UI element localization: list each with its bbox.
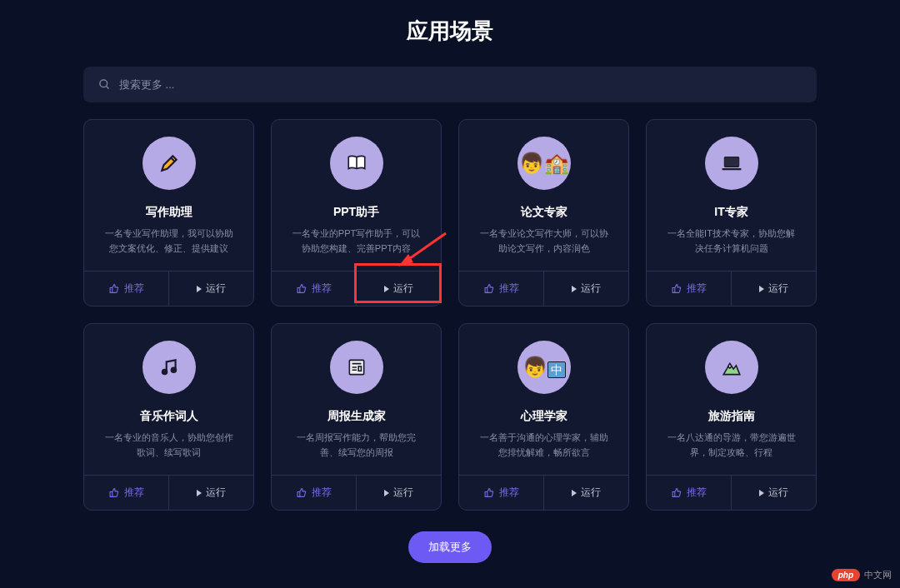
thumb-icon (672, 283, 682, 294)
card-title: IT专家 (660, 205, 802, 220)
pencil-icon (142, 137, 196, 190)
card-desc: 一名八达通的导游，带您游遍世界，制定攻略、行程 (660, 431, 802, 460)
watermark-badge: php (832, 569, 860, 581)
play-icon (197, 490, 202, 496)
card-music-lyricist: 音乐作词人 一名专业的音乐人，协助您创作歌词、续写歌词 推荐 运行 (83, 323, 254, 511)
play-icon (384, 490, 389, 496)
card-it-expert: IT专家 一名全能IT技术专家，协助您解决任务计算机问题 推荐 运行 (646, 119, 817, 306)
recommend-button[interactable]: 推荐 (647, 476, 732, 510)
thumb-icon (297, 283, 308, 294)
card-travel-guide: 旅游指南 一名八达通的导游，带您游遍世界，制定攻略、行程 推荐 运行 (646, 323, 817, 511)
load-more-button[interactable]: 加载更多 (408, 531, 492, 563)
card-desc: 一名全能IT技术专家，协助您解决任务计算机问题 (660, 227, 802, 256)
run-button[interactable]: 运行 (357, 272, 441, 306)
search-input[interactable] (119, 78, 802, 91)
card-title: 写作助理 (98, 205, 240, 220)
play-icon (384, 286, 389, 292)
page-title: 应用场景 (83, 17, 817, 46)
run-button[interactable]: 运行 (169, 272, 253, 306)
thumb-icon (484, 487, 495, 498)
card-title: 心理学家 (472, 409, 615, 424)
card-title: 音乐作词人 (98, 409, 240, 424)
svg-rect-4 (724, 157, 738, 167)
play-icon (572, 286, 577, 292)
card-title: 论文专家 (472, 205, 615, 220)
run-button[interactable]: 运行 (732, 272, 816, 306)
run-button[interactable]: 运行 (544, 272, 628, 306)
mountain-icon (705, 341, 758, 394)
thumb-icon (109, 283, 120, 294)
news-icon (330, 341, 383, 394)
laptop-icon (705, 137, 758, 190)
card-desc: 一名专业论文写作大师，可以协助论文写作，内容润色 (472, 227, 615, 256)
search-icon (98, 78, 111, 91)
watermark-text: 中文网 (864, 569, 892, 581)
recommend-button[interactable]: 推荐 (647, 272, 732, 306)
run-button[interactable]: 运行 (732, 476, 816, 510)
svg-point-6 (171, 368, 175, 372)
run-button[interactable]: 运行 (357, 476, 441, 510)
recommend-button[interactable]: 推荐 (459, 272, 544, 306)
psych-icon: 👦中 (518, 341, 571, 394)
card-desc: 一名专业的音乐人，协助您创作歌词、续写歌词 (98, 431, 240, 460)
thumb-icon (297, 487, 308, 498)
card-title: 旅游指南 (660, 409, 802, 424)
card-title: 周报生成家 (285, 409, 428, 424)
thesis-icon: 👦🏫 (518, 137, 571, 190)
recommend-button[interactable]: 推荐 (84, 272, 169, 306)
play-icon (572, 490, 577, 496)
music-icon (142, 341, 196, 394)
svg-line-1 (106, 86, 108, 88)
run-button[interactable]: 运行 (169, 476, 253, 510)
card-desc: 一名善于沟通的心理学家，辅助您排忧解难，畅所欲言 (472, 431, 615, 460)
card-ppt-assistant: PPT助手 一名专业的PPT写作助手，可以协助您构建、完善PPT内容 推荐 运行 (271, 119, 442, 306)
card-report-generator: 周报生成家 一名周报写作能力，帮助您完善、续写您的周报 推荐 运行 (271, 323, 442, 511)
thumb-icon (109, 487, 120, 498)
play-icon (197, 286, 202, 292)
play-icon (759, 490, 764, 496)
card-writing-assistant: 写作助理 一名专业写作助理，我可以协助您文案优化、修正、提供建议 推荐 运行 (83, 119, 254, 306)
watermark: php 中文网 (832, 569, 892, 581)
card-grid: 写作助理 一名专业写作助理，我可以协助您文案优化、修正、提供建议 推荐 运行 (83, 119, 817, 511)
thumb-icon (484, 283, 495, 294)
book-icon (330, 137, 383, 190)
recommend-button[interactable]: 推荐 (272, 272, 357, 306)
svg-point-0 (100, 80, 108, 87)
svg-rect-11 (358, 366, 361, 371)
run-button[interactable]: 运行 (544, 476, 628, 510)
svg-point-5 (162, 370, 166, 374)
recommend-button[interactable]: 推荐 (272, 476, 357, 510)
play-icon (759, 286, 764, 292)
card-title: PPT助手 (285, 205, 428, 220)
recommend-button[interactable]: 推荐 (459, 476, 544, 510)
card-thesis-expert: 👦🏫 论文专家 一名专业论文写作大师，可以协助论文写作，内容润色 推荐 运行 (458, 119, 629, 306)
card-psychologist: 👦中 心理学家 一名善于沟通的心理学家，辅助您排忧解难，畅所欲言 推荐 运行 (458, 323, 629, 511)
card-desc: 一名周报写作能力，帮助您完善、续写您的周报 (285, 431, 428, 460)
search-bar[interactable] (83, 67, 817, 102)
recommend-button[interactable]: 推荐 (84, 476, 169, 510)
card-desc: 一名专业写作助理，我可以协助您文案优化、修正、提供建议 (98, 227, 240, 256)
card-desc: 一名专业的PPT写作助手，可以协助您构建、完善PPT内容 (285, 227, 428, 256)
thumb-icon (672, 487, 682, 498)
